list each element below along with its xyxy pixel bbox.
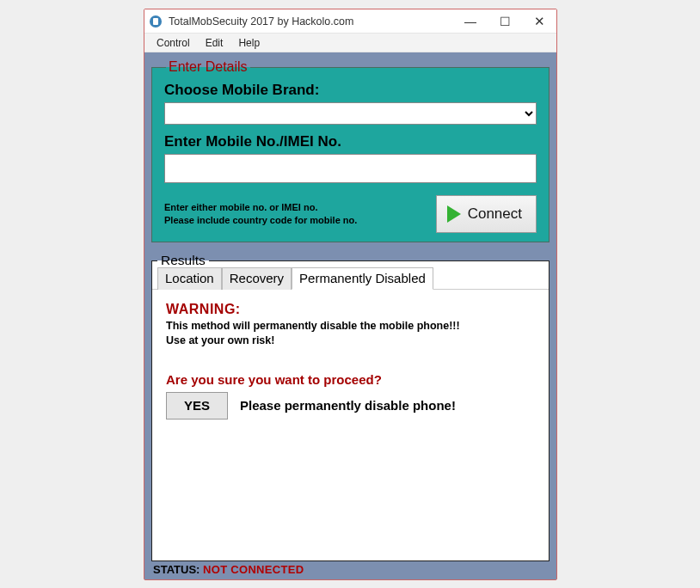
yes-description: Please permanently disable phone! xyxy=(240,398,456,413)
results-group: Results Location Recovery Permanently Di… xyxy=(151,253,550,561)
warning-head: WARNING: xyxy=(166,302,535,317)
app-window: TotalMobSecuity 2017 by Hackolo.com ― ☐ … xyxy=(144,9,557,580)
brand-label: Choose Mobile Brand: xyxy=(164,82,537,99)
menu-edit[interactable]: Edit xyxy=(206,37,224,49)
yes-button[interactable]: YES xyxy=(166,392,228,420)
brand-select[interactable] xyxy=(164,102,537,125)
warning-line1: This method will permanently disable the… xyxy=(166,320,460,332)
hint-text: Enter either mobile no. or IMEI no. Plea… xyxy=(164,201,426,227)
play-icon xyxy=(447,205,461,223)
enter-details-legend: Enter Details xyxy=(166,59,250,75)
warning-body: This method will permanently disable the… xyxy=(166,319,535,348)
status-value: NOT CONNECTED xyxy=(203,563,304,576)
menubar: Control Edit Help xyxy=(144,34,556,52)
tab-location[interactable]: Location xyxy=(157,267,222,290)
hint-line1: Enter either mobile no. or IMEI no. xyxy=(164,202,317,212)
warning-line2: Use at your own risk! xyxy=(166,334,274,346)
close-button[interactable]: ✕ xyxy=(522,9,556,33)
connect-button[interactable]: Connect xyxy=(436,195,537,233)
imei-label: Enter Mobile No./IMEI No. xyxy=(164,133,537,150)
tab-permanently-disabled[interactable]: Permanently Disabled xyxy=(292,267,433,290)
connect-label: Connect xyxy=(468,205,522,223)
titlebar: TotalMobSecuity 2017 by Hackolo.com ― ☐ … xyxy=(144,9,556,34)
enter-details-group: Enter Details Choose Mobile Brand: Enter… xyxy=(151,59,550,242)
status-label: STATUS: xyxy=(153,563,200,576)
client-area: Enter Details Choose Mobile Brand: Enter… xyxy=(144,52,556,579)
minimize-button[interactable]: ― xyxy=(453,9,488,33)
tab-body: WARNING: This method will permanently di… xyxy=(152,290,549,560)
results-tabs: Location Recovery Permanently Disabled xyxy=(152,266,549,290)
menu-help[interactable]: Help xyxy=(238,37,260,49)
app-icon xyxy=(150,15,162,28)
imei-input[interactable] xyxy=(164,154,537,183)
status-line: STATUS: NOT CONNECTED xyxy=(151,561,550,579)
confirm-text: Are you sure you want to proceed? xyxy=(166,372,535,387)
tab-recovery[interactable]: Recovery xyxy=(222,267,292,290)
window-title: TotalMobSecuity 2017 by Hackolo.com xyxy=(169,15,353,28)
menu-control[interactable]: Control xyxy=(157,37,190,49)
maximize-button[interactable]: ☐ xyxy=(488,9,522,33)
hint-line2: Please include country code for mobile n… xyxy=(164,215,357,225)
